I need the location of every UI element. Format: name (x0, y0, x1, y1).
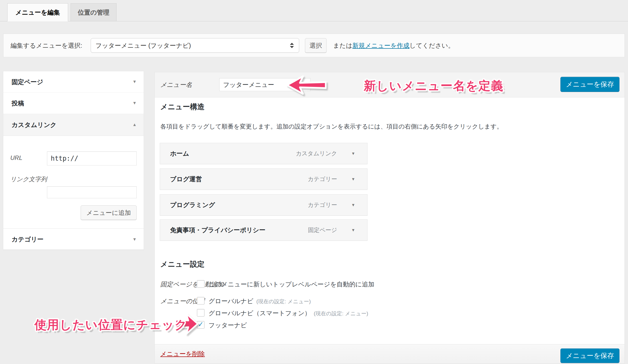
create-menu-hint: または新規メニューを作成してください。 (333, 34, 454, 57)
menu-item-programming[interactable]: プログラミング カテゴリー ▼ (160, 194, 368, 216)
url-input[interactable]: http:// (47, 151, 137, 165)
location-current-note: (現在の設定: メニュー) (314, 310, 368, 318)
menu-item-home[interactable]: ホーム カスタムリンク ▼ (160, 143, 368, 164)
add-to-menu-button[interactable]: メニューに追加 (81, 205, 137, 220)
chevron-down-icon: ▼ (132, 101, 137, 106)
location-row-global-nav-sp: グローバルナビ（スマートフォン） (現在の設定: メニュー) (155, 309, 624, 318)
auto-add-text: このメニューに新しいトップレベルページを自動的に追加 (208, 280, 375, 288)
link-text-label: リンク文字列 (10, 175, 47, 183)
save-menu-button-bottom[interactable]: メニューを保存 (560, 348, 619, 363)
location-name: グローバルナビ（スマートフォン） (208, 309, 311, 317)
location-name: フッターナビ (208, 321, 247, 329)
menu-item-type: カテゴリー (308, 175, 337, 183)
menu-item-title: 免責事項・プライバシーポリシー (170, 226, 266, 234)
pink-arrow-left-icon (286, 75, 327, 95)
accordion-custom-links-label: カスタムリンク (12, 121, 57, 129)
location-checkbox-global-nav[interactable] (197, 297, 204, 305)
chevron-down-icon: ▼ (132, 237, 137, 242)
annotation-menu-name: 新しいメニュー名を定義 (364, 78, 504, 94)
accordion-pages[interactable]: 固定ページ ▼ (3, 71, 144, 93)
chevron-down-icon[interactable]: ▼ (351, 228, 355, 232)
menu-structure-description: 各項目をドラッグして順番を変更します。追加の設定オプションを表示するには、項目の… (160, 123, 503, 131)
accordion-custom-links[interactable]: カスタムリンク ▲ (3, 114, 144, 136)
chevron-down-icon[interactable]: ▼ (351, 203, 355, 207)
menu-select-value: フッターメニュー (フッターナビ) (95, 41, 191, 50)
annotation-position: 使用したい位置にチェック (34, 317, 187, 333)
accordion-categories[interactable]: カテゴリー ▼ (3, 229, 144, 250)
menu-item-title: プログラミング (170, 201, 215, 209)
location-row-global-nav: メニューの位置 グローバルナビ (現在の設定: メニュー) (155, 297, 624, 306)
select-button[interactable]: 選択 (305, 38, 327, 53)
chevron-up-icon: ▲ (132, 122, 137, 127)
hint-prefix: または (333, 41, 352, 50)
editor-footer-bar: メニューを削除 メニューを保存 (155, 344, 624, 363)
menu-structure-heading: メニュー構造 (160, 102, 204, 112)
accordion-posts-label: 投稿 (12, 99, 24, 107)
menu-item-blog-unei[interactable]: ブログ運営 カテゴリー ▼ (160, 168, 368, 190)
url-label: URL (10, 154, 22, 161)
menu-item-title: ホーム (170, 149, 189, 158)
hint-suffix: してください。 (409, 41, 454, 50)
chevron-down-icon: ▼ (132, 79, 137, 84)
menu-item-type: 固定ページ (308, 226, 337, 234)
add-menu-items-sidebar: 固定ページ ▼ 投稿 ▼ カスタムリンク ▲ URL http:// リンク文字… (3, 71, 144, 250)
menu-select-dropdown[interactable]: フッターメニュー (フッターナビ) (91, 38, 299, 53)
menu-editor-panel: メニュー名 フッターメニュー メニューを保存 メニュー構造 各項目をドラッグして… (154, 72, 625, 363)
delete-menu-link[interactable]: メニューを削除 (160, 344, 205, 363)
location-current-note: (現在の設定: メニュー) (256, 297, 311, 306)
tab-manage-locations[interactable]: 位置の管理 (71, 3, 117, 21)
select-updown-icon (290, 43, 294, 48)
link-text-input[interactable] (47, 186, 137, 198)
tabbar-bottom-border (0, 21, 628, 21)
auto-add-checkbox[interactable] (197, 280, 204, 288)
menu-settings-heading: メニュー設定 (160, 259, 204, 269)
chevron-down-icon[interactable]: ▼ (351, 151, 355, 156)
accordion-categories-label: カテゴリー (12, 235, 43, 244)
accordion-posts[interactable]: 投稿 ▼ (3, 93, 144, 114)
menu-select-label: 編集するメニューを選択: (11, 34, 82, 57)
location-row-footer-nav: ✓ フッターナビ (155, 321, 624, 330)
tab-edit-menus[interactable]: メニューを編集 (7, 3, 68, 21)
checkmark-icon: ✓ (198, 321, 204, 328)
chevron-down-icon[interactable]: ▼ (351, 177, 355, 181)
menu-item-type: カスタムリンク (296, 150, 337, 157)
menu-item-disclaimer[interactable]: 免責事項・プライバシーポリシー 固定ページ ▼ (160, 219, 368, 241)
wordpress-menus-page: { "tabs": { "edit": "メニューを編集", "location… (0, 0, 628, 364)
custom-link-panel: URL http:// リンク文字列 メニューに追加 (3, 136, 144, 229)
auto-add-row: 固定ページを自動追加 このメニューに新しいトップレベルページを自動的に追加 (155, 280, 624, 289)
save-menu-button-top[interactable]: メニューを保存 (560, 77, 619, 92)
location-name: グローバルナビ (208, 297, 253, 305)
menu-item-type: カテゴリー (308, 201, 337, 209)
menu-name-label: メニュー名 (160, 72, 192, 97)
menu-item-title: ブログ運営 (170, 175, 202, 183)
menu-select-bar: 編集するメニューを選択: フッターメニュー (フッターナビ) 選択 または新規メ… (3, 34, 625, 57)
create-new-menu-link[interactable]: 新規メニューを作成 (352, 41, 409, 50)
accordion-pages-label: 固定ページ (12, 78, 43, 86)
